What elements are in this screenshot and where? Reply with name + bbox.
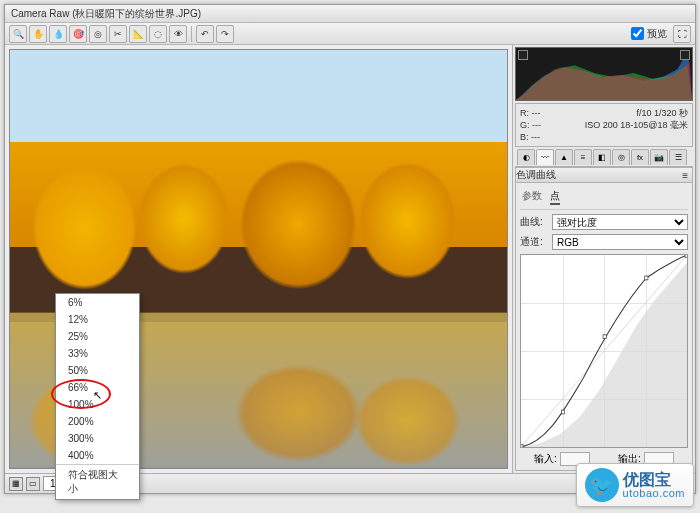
window-title: Camera Raw (秋日暖阳下的缤纷世界.JPG) bbox=[11, 7, 201, 21]
preview-checkbox[interactable]: 预览 bbox=[631, 27, 667, 41]
curve-svg bbox=[521, 255, 687, 447]
shadow-clip-icon[interactable] bbox=[518, 50, 528, 60]
toolbar: 🔍 ✋ 💧 🎯 ◎ ✂ 📐 ◌ 👁 ↶ ↷ 预览 ⛶ bbox=[5, 23, 695, 45]
exif-readout: R: --- f/10 1/320 秒 G: --- ISO 200 18-10… bbox=[515, 103, 693, 147]
zoom-option[interactable]: 200% bbox=[56, 413, 139, 430]
histogram[interactable] bbox=[515, 47, 693, 101]
straighten-tool-icon[interactable]: 📐 bbox=[129, 25, 147, 43]
watermark: 🐦 优图宝 utobao.com bbox=[576, 463, 694, 507]
filmstrip-toggle-icon[interactable]: ▦ bbox=[9, 477, 23, 491]
tab-detail-icon[interactable]: ▲ bbox=[555, 149, 573, 165]
tab-fx-icon[interactable]: fx bbox=[631, 149, 649, 165]
hand-tool-icon[interactable]: ✋ bbox=[29, 25, 47, 43]
channel-label: 通道: bbox=[520, 235, 548, 249]
watermark-en: utobao.com bbox=[623, 488, 685, 499]
toolbar-separator bbox=[191, 26, 192, 42]
tab-split-icon[interactable]: ◧ bbox=[593, 149, 611, 165]
rotate-ccw-icon[interactable]: ↶ bbox=[196, 25, 214, 43]
highlight-clip-icon[interactable] bbox=[680, 50, 690, 60]
panel-tabs: ◐ 〰 ▲ ≡ ◧ ◎ fx 📷 ☰ bbox=[515, 149, 693, 167]
single-view-icon[interactable]: ▭ bbox=[26, 477, 40, 491]
bird-icon: 🐦 bbox=[585, 468, 619, 502]
tab-hsl-icon[interactable]: ≡ bbox=[574, 149, 592, 165]
spot-removal-icon[interactable]: ◌ bbox=[149, 25, 167, 43]
zoom-option[interactable]: 12% bbox=[56, 311, 139, 328]
exif-aperture: f/10 1/320 秒 bbox=[636, 107, 688, 119]
curve-select[interactable]: 强对比度 bbox=[552, 214, 688, 230]
camera-raw-window: Camera Raw (秋日暖阳下的缤纷世界.JPG) 🔍 ✋ 💧 🎯 ◎ ✂ … bbox=[4, 4, 696, 494]
cursor-icon: ↖ bbox=[93, 389, 102, 402]
curve-mode-toggle: 参数 点 bbox=[520, 187, 688, 210]
panel-title: 色调曲线 ≡ bbox=[515, 167, 693, 183]
preview-checkbox-input[interactable] bbox=[631, 27, 644, 40]
exif-r: R: --- bbox=[520, 107, 541, 119]
preview-label: 预览 bbox=[647, 27, 667, 41]
svg-rect-3 bbox=[603, 335, 606, 339]
watermark-cn: 优图宝 bbox=[623, 472, 685, 488]
right-panel: R: --- f/10 1/320 秒 G: --- ISO 200 18-10… bbox=[512, 45, 695, 473]
zoom-option[interactable]: 400% bbox=[56, 447, 139, 464]
channel-select[interactable]: RGB bbox=[552, 234, 688, 250]
exif-g: G: --- bbox=[520, 119, 541, 131]
channel-row: 通道: RGB bbox=[520, 234, 688, 250]
fullscreen-icon[interactable]: ⛶ bbox=[673, 25, 691, 43]
mode-point[interactable]: 点 bbox=[550, 189, 560, 205]
zoom-option[interactable]: 50% bbox=[56, 362, 139, 379]
mode-parametric[interactable]: 参数 bbox=[522, 189, 542, 205]
zoom-option[interactable]: 33% bbox=[56, 345, 139, 362]
svg-rect-1 bbox=[521, 445, 523, 447]
curve-editor[interactable] bbox=[520, 254, 688, 448]
color-sampler-icon[interactable]: 🎯 bbox=[69, 25, 87, 43]
exif-iso: ISO 200 18-105@18 毫米 bbox=[585, 119, 688, 131]
curve-label: 曲线: bbox=[520, 215, 548, 229]
histogram-svg bbox=[516, 48, 692, 100]
svg-rect-5 bbox=[685, 255, 687, 257]
tab-curve-icon[interactable]: 〰 bbox=[536, 149, 554, 165]
zoom-option[interactable]: 6% bbox=[56, 294, 139, 311]
input-label: 输入: bbox=[534, 452, 557, 466]
white-balance-tool-icon[interactable]: 💧 bbox=[49, 25, 67, 43]
tab-preset-icon[interactable]: ☰ bbox=[669, 149, 687, 165]
tone-curve-panel: 参数 点 曲线: 强对比度 通道: RGB bbox=[515, 183, 693, 471]
zoom-tool-icon[interactable]: 🔍 bbox=[9, 25, 27, 43]
tab-camera-icon[interactable]: 📷 bbox=[650, 149, 668, 165]
rotate-cw-icon[interactable]: ↷ bbox=[216, 25, 234, 43]
redeye-tool-icon[interactable]: 👁 bbox=[169, 25, 187, 43]
exif-b: B: --- bbox=[520, 131, 540, 143]
curve-preset-row: 曲线: 强对比度 bbox=[520, 214, 688, 230]
target-adjust-icon[interactable]: ◎ bbox=[89, 25, 107, 43]
svg-rect-2 bbox=[561, 410, 564, 414]
zoom-option-fit[interactable]: 符合视图大小 bbox=[56, 464, 139, 499]
tab-lens-icon[interactable]: ◎ bbox=[612, 149, 630, 165]
crop-tool-icon[interactable]: ✂ bbox=[109, 25, 127, 43]
panel-menu-icon[interactable]: ≡ bbox=[682, 170, 688, 181]
zoom-option[interactable]: 25% bbox=[56, 328, 139, 345]
zoom-option[interactable]: 300% bbox=[56, 430, 139, 447]
title-bar: Camera Raw (秋日暖阳下的缤纷世界.JPG) bbox=[5, 5, 695, 23]
tab-basic-icon[interactable]: ◐ bbox=[517, 149, 535, 165]
svg-rect-4 bbox=[645, 276, 648, 280]
